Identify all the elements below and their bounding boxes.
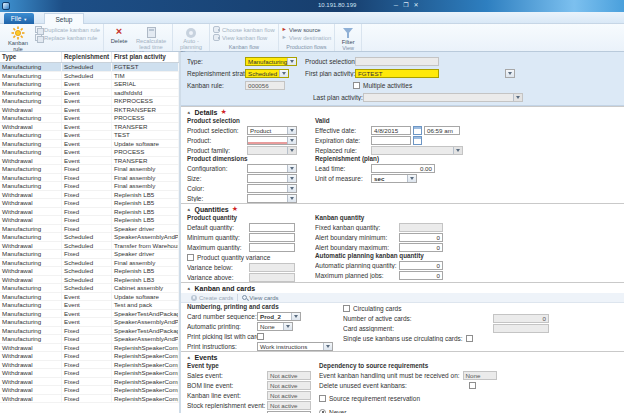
maximum-quantity-input[interactable]: [249, 243, 295, 252]
table-row[interactable]: Withdrawal Fixed Replenish LB5: [0, 208, 179, 217]
tab-file[interactable]: File ▼: [4, 13, 34, 24]
table-row[interactable]: Manufacturing Event SpeakerAssemblyAndPo…: [0, 318, 179, 327]
chevron-down-icon[interactable]: [287, 137, 296, 144]
maximum-planned-jobs-input[interactable]: 0: [399, 271, 443, 280]
quantities-section-header[interactable]: Quantities ★: [187, 204, 624, 214]
details-section-header[interactable]: Details ★: [187, 107, 624, 117]
delete-button[interactable]: × Delete: [107, 25, 131, 44]
table-row[interactable]: Manufacturing Event PROCESS: [0, 148, 179, 157]
table-row[interactable]: Withdrawal Scheduled Transfer from Wareh…: [0, 242, 179, 251]
view-cards-button[interactable]: View cards: [242, 295, 278, 301]
table-row[interactable]: Withdrawal Event TRANSFER: [0, 123, 179, 132]
minimum-quantity-input[interactable]: [249, 233, 295, 242]
kanban-line-event-value[interactable]: Not active: [267, 391, 311, 400]
fixed-kanban-quantity-input[interactable]: [399, 223, 443, 232]
variance-below-input[interactable]: [249, 263, 295, 272]
details-product-selection-combo[interactable]: Product: [247, 126, 297, 135]
kanban-cards-section-header[interactable]: Kanban and cards: [187, 283, 624, 293]
view-destination-button[interactable]: ►View destination: [282, 34, 332, 41]
table-row[interactable]: Withdrawal Fixed ReplenishSpeakerCompone…: [0, 361, 179, 370]
alert-boundary-maximum-input[interactable]: 0: [399, 243, 443, 252]
table-row[interactable]: Manufacturing Scheduled TIM: [0, 72, 179, 81]
filter-button[interactable]: Filter: [338, 25, 358, 45]
unit-of-measure-combo[interactable]: sec: [371, 174, 417, 183]
view-source-button[interactable]: ►View source: [282, 26, 332, 33]
table-row[interactable]: Withdrawal Fixed ReplenishSpeakerCompone…: [0, 386, 179, 395]
table-row[interactable]: Withdrawal Fixed Replenish LB5: [0, 191, 179, 200]
single-use-checkbox[interactable]: [466, 335, 473, 342]
table-row[interactable]: Withdrawal Scheduled Replenish LB3: [0, 276, 179, 285]
table-row[interactable]: Withdrawal Fixed ReplenishSpeakerCompone…: [0, 352, 179, 361]
product-quantity-variance-checkbox[interactable]: [187, 254, 194, 261]
table-row[interactable]: Manufacturing Scheduled Cabinet assembly: [0, 284, 179, 293]
last-plan-activity-combo[interactable]: [363, 93, 523, 102]
events-section-header[interactable]: Events: [187, 352, 624, 362]
bom-line-event-value[interactable]: Not active: [267, 381, 311, 390]
style-combo[interactable]: [247, 194, 297, 203]
configuration-combo[interactable]: [247, 164, 297, 173]
table-row[interactable]: Withdrawal Fixed Replenish LB5: [0, 216, 179, 225]
type-combo[interactable]: Manufacturing: [245, 57, 297, 66]
auto-planning-button[interactable]: Auto - planning: [176, 25, 206, 50]
table-row[interactable]: Manufacturing Fixed Final assembly: [0, 165, 179, 174]
color-combo[interactable]: [247, 184, 297, 193]
sales-event-value[interactable]: Not active: [267, 371, 311, 380]
table-row[interactable]: Manufacturing Event SERIAL: [0, 80, 179, 89]
calendar-icon[interactable]: [413, 136, 422, 145]
effective-time-input[interactable]: 06:59 am: [424, 126, 460, 135]
table-row[interactable]: Manufacturing Event PROCESS: [0, 114, 179, 123]
chevron-down-icon[interactable]: [323, 343, 332, 350]
table-row[interactable]: Withdrawal Fixed ReplenishSpeakerCompone…: [0, 395, 179, 404]
table-row[interactable]: Manufacturing Event TEST: [0, 131, 179, 140]
automatic-printing-combo[interactable]: None: [257, 322, 293, 331]
product-selection-input[interactable]: [355, 57, 439, 66]
source-requirement-reservation-checkbox[interactable]: [319, 395, 326, 402]
chevron-down-icon[interactable]: [287, 165, 296, 172]
print-picking-list-checkbox[interactable]: [257, 333, 264, 340]
table-row[interactable]: Withdrawal Event TRANSFER: [0, 157, 179, 166]
calendar-icon[interactable]: [413, 126, 422, 135]
table-row[interactable]: Withdrawal Fixed ReplenishSpeakerCompone…: [0, 369, 179, 378]
table-row[interactable]: Withdrawal Fixed ReplenishSpeakerCompone…: [0, 344, 179, 353]
table-row[interactable]: Withdrawal Scheduled Replenish LB5: [0, 267, 179, 276]
chevron-down-icon[interactable]: [283, 323, 292, 330]
table-row[interactable]: Manufacturing Scheduled SpeakerAssemblyA…: [0, 233, 179, 242]
card-number-sequence-combo[interactable]: Prod_2: [257, 312, 301, 321]
view-kanban-flow-button[interactable]: View kanban flow: [213, 34, 275, 41]
stock-replenishment-event-value[interactable]: Not active: [267, 401, 311, 410]
automatic-planning-quantity-input[interactable]: 0: [399, 261, 443, 270]
replaced-rule-combo[interactable]: [371, 146, 463, 155]
circulating-cards-checkbox[interactable]: [343, 305, 350, 312]
chevron-down-icon[interactable]: [287, 127, 296, 134]
table-row[interactable]: Manufacturing Fixed Final assembly: [0, 174, 179, 183]
first-plan-activity-combo[interactable]: FGTEST: [355, 69, 515, 78]
kanban-rule-button[interactable]: Kanban rule: [3, 25, 33, 52]
column-header-replenishment[interactable]: Replenishment st...: [62, 52, 112, 62]
table-row[interactable]: Withdrawal Event RKTRANSFER: [0, 106, 179, 115]
replenishment-strategy-combo[interactable]: Scheduled: [245, 69, 289, 78]
table-row[interactable]: Manufacturing Event Test and pack: [0, 301, 179, 310]
table-row[interactable]: Withdrawal Fixed ReplenishSpeakerCompone…: [0, 378, 179, 387]
table-row[interactable]: Manufacturing Event sadfsfdsfd: [0, 89, 179, 98]
table-row[interactable]: Manufacturing Scheduled Final assembly: [0, 259, 179, 268]
choose-kanban-flow-button[interactable]: Choose kanban flow: [213, 26, 275, 33]
replace-kanban-rule-button[interactable]: Replace kanban rule: [35, 34, 100, 41]
table-row[interactable]: Manufacturing Scheduled FGTEST: [0, 63, 179, 72]
chevron-down-icon[interactable]: [287, 195, 296, 202]
print-instructions-combo[interactable]: Work instructions: [257, 342, 333, 351]
restore-icon[interactable]: ❐: [402, 1, 410, 9]
product-combo[interactable]: [247, 136, 297, 145]
table-row[interactable]: Manufacturing Fixed Final assembly: [0, 182, 179, 191]
table-row[interactable]: Manufacturing Fixed SpeakerAssemblyAndPo…: [0, 335, 179, 344]
create-cards-button[interactable]: Create cards: [191, 295, 233, 301]
expiration-date-input[interactable]: [371, 136, 411, 145]
chevron-down-icon[interactable]: [505, 69, 515, 78]
table-row[interactable]: Withdrawal Fixed Replenish LB5: [0, 199, 179, 208]
alert-boundary-minimum-input[interactable]: 0: [399, 233, 443, 242]
chevron-down-icon[interactable]: [287, 58, 296, 65]
lead-time-input[interactable]: 0.00: [371, 164, 435, 173]
chevron-down-icon[interactable]: [287, 175, 296, 182]
number-of-active-cards-input[interactable]: 0: [493, 314, 549, 323]
default-quantity-input[interactable]: [249, 223, 295, 232]
delete-unused-checkbox[interactable]: [469, 382, 476, 389]
